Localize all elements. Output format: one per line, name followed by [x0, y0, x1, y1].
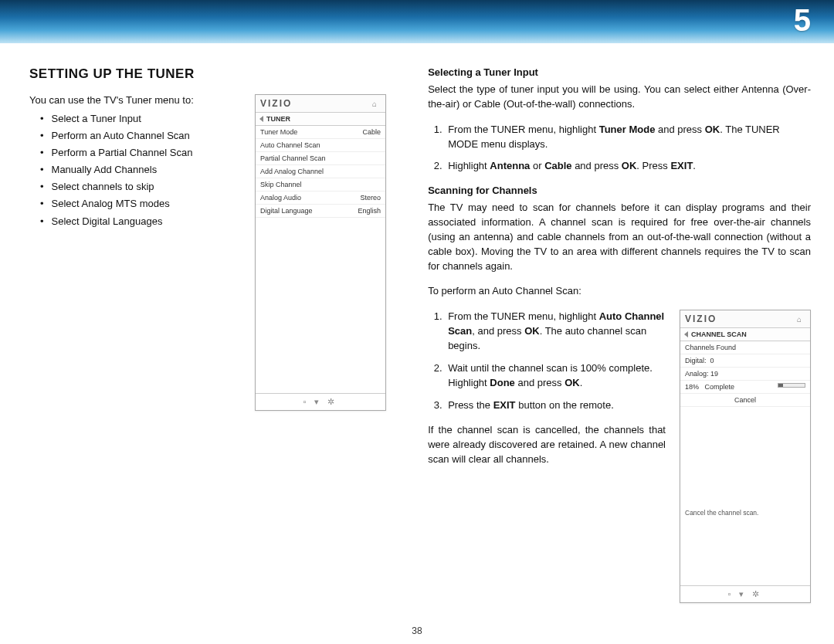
breadcrumb: TUNER: [256, 113, 385, 126]
subheading: Selecting a Tuner Input: [428, 66, 811, 78]
menu-row: Analog: 19: [680, 368, 810, 381]
menu-footer-icons: ▫ ▾ ✲: [680, 585, 810, 602]
subheading: Scanning for Channels: [428, 185, 811, 196]
cancel-row: Cancel: [680, 394, 810, 407]
steps-list: From the TUNER menu, highlight Auto Chan…: [445, 310, 666, 412]
list-item: Perform an Auto Channel Scan: [36, 127, 232, 144]
left-column: SETTING UP THE TUNER You can use the TV'…: [29, 66, 389, 603]
list-item: Select Digital Languages: [36, 213, 232, 230]
step: From the TUNER menu, highlight Auto Chan…: [445, 310, 666, 354]
back-icon: [259, 116, 263, 122]
progress-bar: [778, 383, 805, 388]
menu-row: Partial Channel Scan: [256, 152, 385, 165]
breadcrumb: CHANNEL SCAN: [680, 328, 810, 341]
brand-logo: VIZIO: [260, 98, 292, 109]
menu-row: Add Analog Channel: [256, 165, 385, 178]
chapter-banner: 5: [0, 0, 834, 43]
step: Wait until the channel scan is 100% comp…: [445, 361, 666, 391]
list-item: Manually Add Channels: [36, 161, 232, 178]
hint-text: Cancel the channel scan.: [680, 500, 810, 526]
step: Press the EXIT button on the remote.: [445, 398, 666, 413]
menu-row: Skip Channel: [256, 178, 385, 192]
menu-row: Auto Channel Scan: [256, 139, 385, 152]
chapter-number: 5: [794, 3, 811, 38]
menu-row: Digital: 0: [680, 354, 810, 368]
list-item: Select channels to skip: [36, 178, 232, 195]
list-item: Perform a Partial Channel Scan: [36, 144, 232, 161]
menu-row: Channels Found: [680, 341, 810, 354]
menu-row: Tuner ModeCable: [256, 126, 385, 139]
paragraph: To perform an Auto Channel Scan:: [428, 284, 811, 299]
progress-row: 18% Complete: [680, 381, 810, 394]
home-icon: ⌂: [372, 100, 381, 108]
menu-header: VIZIO ⌂: [256, 95, 385, 113]
breadcrumb-label: TUNER: [266, 115, 290, 123]
menu-footer-icons: ▫ ▾ ✲: [256, 393, 385, 410]
channel-scan-panel: VIZIO ⌂ CHANNEL SCAN Channels Found Digi…: [680, 310, 811, 603]
paragraph: If the channel scan is cancelled, the ch…: [428, 423, 666, 467]
step: Highlight Antenna or Cable and press OK.…: [445, 159, 811, 174]
feature-list: Select a Tuner Input Perform an Auto Cha…: [36, 110, 232, 230]
breadcrumb-label: CHANNEL SCAN: [691, 330, 747, 338]
menu-row: Digital LanguageEnglish: [256, 205, 385, 218]
list-item: Select Analog MTS modes: [36, 195, 232, 212]
section-title: SETTING UP THE TUNER: [29, 66, 389, 82]
home-icon: ⌂: [797, 315, 805, 324]
page-number: 38: [412, 625, 422, 636]
step: From the TUNER menu, highlight Tuner Mod…: [445, 123, 811, 152]
menu-row: Analog AudioStereo: [256, 192, 385, 205]
back-icon: [684, 331, 688, 337]
page-content: SETTING UP THE TUNER You can use the TV'…: [0, 43, 834, 611]
tuner-menu-panel: VIZIO ⌂ TUNER Tuner ModeCable Auto Chann…: [255, 94, 386, 411]
menu-header: VIZIO ⌂: [680, 310, 810, 328]
paragraph: Select the type of tuner input you will …: [428, 83, 811, 112]
paragraph: The TV may need to scan for channels bef…: [428, 201, 811, 273]
steps-list: From the TUNER menu, highlight Tuner Mod…: [445, 123, 811, 175]
right-column: Selecting a Tuner Input Select the type …: [428, 66, 811, 603]
brand-logo: VIZIO: [685, 314, 717, 324]
list-item: Select a Tuner Input: [36, 110, 232, 127]
intro-text: You can use the TV's Tuner menu to:: [29, 94, 232, 106]
